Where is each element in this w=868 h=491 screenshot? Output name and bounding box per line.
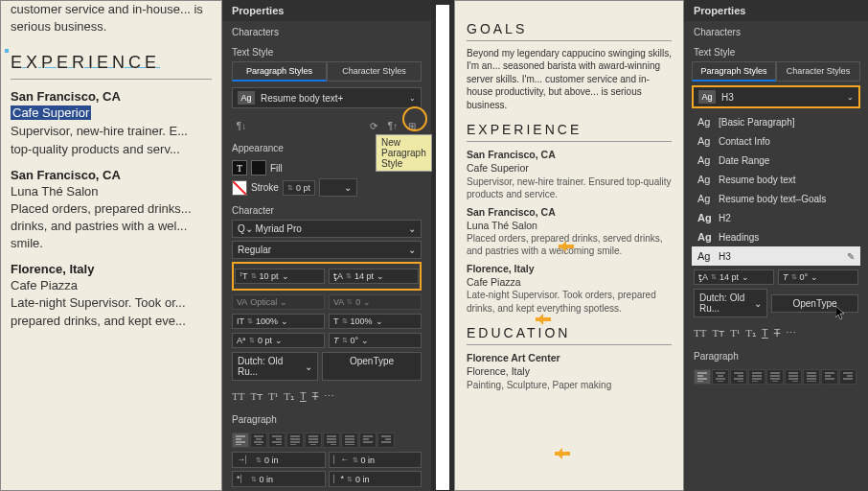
job-location[interactable]: San Francisco, CA — [467, 148, 672, 161]
skew-input[interactable]: T ⇅ 0° ⌄ — [778, 269, 858, 285]
style-list-item[interactable]: AgContact Info — [692, 131, 860, 151]
font-size-input[interactable]: ᵀT ⇅ 10 pt ⌄ — [235, 269, 325, 284]
align-center-button[interactable] — [712, 369, 729, 385]
current-style-dropdown[interactable]: Ag Resume body text+ ⌄ — [232, 87, 422, 108]
underline-button[interactable]: T — [300, 390, 307, 403]
edu-desc[interactable]: Painting, Sculpture, Paper making — [467, 379, 672, 392]
strikethrough-button[interactable]: T — [312, 390, 319, 403]
justify-center-button[interactable] — [305, 433, 322, 448]
subscript-button[interactable]: T₁ — [745, 327, 756, 339]
font-family-dropdown[interactable]: Q⌄ Myriad Pro⌄ — [232, 220, 422, 238]
justify-left-button[interactable] — [748, 369, 765, 385]
edu-location[interactable]: Florence, Italy — [467, 364, 672, 378]
stroke-swatch[interactable] — [232, 180, 247, 196]
allcaps-button[interactable]: TT — [694, 327, 706, 339]
justify-right-button[interactable] — [785, 369, 802, 385]
goals-body[interactable]: Beyond my legendary cappucino swinging s… — [467, 47, 672, 112]
stroke-weight-input[interactable]: ⇅0 pt — [283, 180, 315, 196]
document-right-page[interactable]: GOALS Beyond my legendary cappucino swin… — [454, 0, 684, 491]
job-desc[interactable]: Placed orders, prepared drinks... drinks… — [11, 200, 212, 253]
justify-left-button[interactable] — [286, 433, 304, 448]
job-location[interactable]: San Francisco, CA — [11, 168, 212, 182]
more-options-icon[interactable]: ⋯ — [324, 390, 334, 403]
tracking-input[interactable]: VA ⇅ 0 ⌄ — [329, 294, 422, 310]
justify-all-button[interactable] — [341, 433, 358, 448]
new-paragraph-style-icon[interactable]: ⊞ — [402, 118, 422, 133]
firstline-indent-input[interactable]: *⎸⇅ 0 in — [232, 471, 326, 487]
subscript-button[interactable]: T₁ — [284, 390, 294, 403]
job-desc[interactable]: Supervisor, new-hire trainer. E... top-q… — [11, 123, 212, 157]
smallcaps-button[interactable]: Tᴛ — [712, 327, 724, 339]
job-location[interactable]: Florence, Italy — [467, 262, 672, 275]
style-list-item[interactable]: AgResume body text — [692, 170, 860, 189]
language-dropdown[interactable]: Dutch: Old Ru...⌄ — [694, 289, 767, 317]
job-desc[interactable]: Late-night Supervisor. Took or... prepar… — [11, 294, 212, 329]
job-desc[interactable]: Late-night Supervisor. Took orders, prep… — [467, 289, 672, 315]
clear-override-icon[interactable]: ¶↓ — [232, 118, 251, 133]
right-indent-input[interactable]: ⎸← ⇅ 0 in — [329, 452, 423, 468]
heading-goals[interactable]: GOALS — [467, 20, 672, 38]
align-right-button[interactable] — [268, 433, 286, 448]
language-dropdown[interactable]: Dutch: Old Ru...⌄ — [232, 352, 318, 381]
align-away-spine-button[interactable] — [839, 369, 857, 385]
redefine-style-icon[interactable]: ⟳ — [364, 118, 383, 133]
edit-pencil-icon[interactable]: ✎ — [847, 251, 855, 262]
current-style-dropdown-highlighted[interactable]: Ag H3 ⌄ — [692, 85, 860, 108]
job-location[interactable]: San Francisco, CA — [11, 89, 212, 104]
tab-paragraph-styles[interactable]: Paragraph Styles — [692, 61, 776, 82]
job-location[interactable]: San Francisco, CA — [467, 205, 672, 219]
opentype-button[interactable]: OpenType — [322, 352, 422, 381]
apply-style-icon[interactable]: ¶↑ — [383, 118, 402, 133]
underline-button[interactable]: T — [762, 327, 768, 339]
job-name[interactable]: Cafe Superior — [467, 161, 672, 175]
tab-paragraph-styles[interactable]: Paragraph Styles — [232, 61, 327, 82]
kerning-input[interactable]: VA Optical ⌄ — [232, 294, 325, 310]
heading-experience[interactable]: EXPERIENCE — [11, 53, 212, 73]
tab-character-styles[interactable]: Character Styles — [327, 61, 422, 82]
heading-experience[interactable]: EXPERIENCE — [467, 121, 672, 139]
hscale-input[interactable]: T ⇅ 100% ⌄ — [329, 314, 422, 329]
superscript-button[interactable]: T¹ — [268, 390, 278, 403]
job-name[interactable]: Luna Thé Salon — [467, 219, 672, 232]
style-list-item[interactable]: AgResume body text–Goals — [692, 189, 860, 208]
align-right-button[interactable] — [730, 369, 747, 385]
job-desc[interactable]: Supervisor, new-hire trainer. Ensured to… — [467, 175, 672, 201]
align-left-button[interactable] — [232, 433, 249, 448]
align-away-spine-button[interactable] — [377, 433, 395, 448]
align-center-button[interactable] — [250, 433, 267, 448]
font-weight-dropdown[interactable]: Regular⌄ — [232, 241, 422, 259]
job-name[interactable]: Cafe Piazza — [467, 275, 672, 289]
job-name[interactable]: Luna Thé Salon — [11, 184, 212, 199]
edu-name[interactable]: Florence Art Center — [467, 351, 672, 364]
smallcaps-button[interactable]: Tᴛ — [250, 390, 263, 403]
style-list-item[interactable]: AgHeadings — [692, 227, 860, 246]
style-list-item[interactable]: AgDate Range — [692, 151, 860, 170]
align-toward-spine-button[interactable] — [821, 369, 838, 385]
justify-all-button[interactable] — [803, 369, 820, 385]
left-indent-input[interactable]: →⎸⇅ 0 in — [232, 452, 326, 468]
style-list-item[interactable]: Ag[Basic Paragraph] — [692, 112, 860, 131]
more-options-icon[interactable]: ⋯ — [786, 327, 796, 339]
job-name-selected[interactable]: Cafe Superior — [11, 105, 91, 120]
baseline-input[interactable]: Aᵃ ⇅ 0 pt ⌄ — [232, 333, 325, 348]
document-left-page[interactable]: customer service and in-house... is seri… — [0, 0, 222, 491]
fill-swatch[interactable] — [251, 160, 266, 175]
allcaps-button[interactable]: TT — [232, 390, 244, 403]
strikethrough-button[interactable]: T — [774, 327, 781, 339]
style-list-item-selected[interactable]: AgH3✎ — [692, 246, 860, 266]
leading-input[interactable]: ƫA ⇅ 14 pt ⌄ — [694, 269, 774, 285]
job-name[interactable]: Cafe Piazza — [11, 278, 212, 292]
heading-education[interactable]: EDUCATION — [467, 324, 672, 342]
lastline-indent-input[interactable]: ⎸* ⇅ 0 in — [329, 471, 423, 487]
justify-right-button[interactable] — [323, 433, 340, 448]
job-location[interactable]: Florence, Italy — [11, 262, 212, 276]
style-list-item[interactable]: AgH2 — [692, 208, 860, 227]
superscript-button[interactable]: T¹ — [730, 327, 740, 339]
align-toward-spine-button[interactable] — [359, 433, 377, 448]
align-left-button[interactable] — [694, 369, 711, 385]
stroke-type-dropdown[interactable]: ⌄ — [319, 178, 357, 197]
vscale-input[interactable]: IT ⇅ 100% ⌄ — [232, 314, 325, 329]
leading-input[interactable]: ƫA ⇅ 14 pt ⌄ — [329, 269, 419, 284]
tab-character-styles[interactable]: Character Styles — [776, 61, 860, 82]
justify-center-button[interactable] — [766, 369, 784, 385]
